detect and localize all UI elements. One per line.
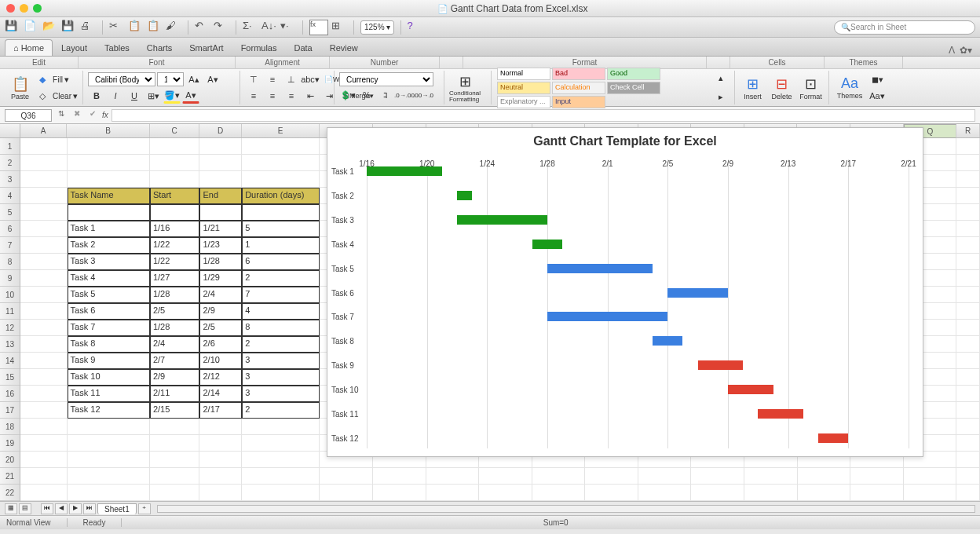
paste-button[interactable]: 📋Paste <box>9 72 31 104</box>
row-header[interactable]: 5 <box>0 204 20 221</box>
cell[interactable]: Task 3 <box>68 254 150 270</box>
cell[interactable] <box>638 485 692 501</box>
cell[interactable] <box>199 452 242 468</box>
cell[interactable] <box>242 452 320 468</box>
cell[interactable]: 2/12 <box>199 369 242 386</box>
increase-decimal-icon[interactable]: .0→.00 <box>396 87 413 103</box>
undo-icon[interactable]: ↶ <box>195 20 210 35</box>
cell[interactable] <box>242 171 320 188</box>
cell[interactable]: 1 <box>242 237 320 254</box>
align-top-icon[interactable]: ⊤ <box>245 71 262 87</box>
cell[interactable] <box>798 485 851 501</box>
cell[interactable] <box>426 485 480 501</box>
open-icon[interactable]: 📂 <box>42 20 58 35</box>
cell[interactable] <box>956 435 980 452</box>
cut-icon[interactable]: ✂ <box>109 20 125 35</box>
cell[interactable] <box>199 468 242 485</box>
cell[interactable] <box>956 270 980 287</box>
show-formula-icon[interactable]: ⊞ <box>331 20 347 35</box>
tab-layout[interactable]: Layout <box>53 39 96 56</box>
copy-icon[interactable]: 📋 <box>128 20 144 35</box>
cell[interactable] <box>242 485 320 501</box>
cell[interactable] <box>68 452 150 468</box>
save-icon[interactable]: 💾 <box>5 20 20 35</box>
cell[interactable]: 3 <box>242 386 320 402</box>
cell[interactable]: 6 <box>242 254 320 270</box>
decrease-font-icon[interactable]: A▾ <box>204 71 221 87</box>
tab-review[interactable]: Review <box>321 39 367 56</box>
select-all-corner[interactable] <box>0 124 20 137</box>
cell[interactable] <box>20 155 68 171</box>
tab-tables[interactable]: Tables <box>96 39 138 56</box>
decrease-decimal-icon[interactable]: .00→.0 <box>415 87 432 103</box>
row-header[interactable]: 7 <box>0 237 20 254</box>
cell[interactable]: 2 <box>242 402 320 419</box>
cell[interactable] <box>320 468 373 485</box>
namebox-dropdown-icon[interactable]: ⇅ <box>55 109 68 122</box>
cell[interactable] <box>199 204 242 221</box>
cell[interactable]: Task 6 <box>68 303 150 320</box>
cell[interactable] <box>956 336 980 353</box>
comma-icon[interactable]: ｺ <box>377 87 394 103</box>
cell[interactable] <box>150 138 200 155</box>
style-bad[interactable]: Bad <box>552 68 605 80</box>
cell[interactable] <box>68 138 150 155</box>
style-normal[interactable]: Normal <box>497 68 550 80</box>
cell[interactable] <box>638 468 692 485</box>
cell[interactable]: 4 <box>242 303 320 320</box>
indent-decrease-icon[interactable]: ⇤ <box>302 88 319 104</box>
fx-icon[interactable]: fx <box>309 20 328 35</box>
cell[interactable] <box>199 155 242 171</box>
cell[interactable] <box>242 155 320 171</box>
cell[interactable] <box>199 419 242 435</box>
align-left-icon[interactable]: ≡ <box>245 88 262 104</box>
ribbon-expand-icon[interactable]: ᐱ <box>949 45 955 56</box>
page-layout-view-icon[interactable]: ▤ <box>19 503 31 514</box>
cell[interactable] <box>150 155 200 171</box>
cell[interactable]: Task 12 <box>68 402 150 419</box>
cell[interactable]: Task Name <box>68 188 150 204</box>
cell[interactable] <box>20 254 68 270</box>
filter-icon[interactable]: ▾· <box>280 20 296 35</box>
fill-label[interactable]: Fill <box>53 75 63 84</box>
cell[interactable] <box>150 419 200 435</box>
border-icon[interactable]: ⊞▾ <box>144 88 162 104</box>
row-header[interactable]: 8 <box>0 254 20 270</box>
percent-icon[interactable]: % <box>358 87 375 103</box>
row-header[interactable]: 15 <box>0 369 20 386</box>
cell[interactable]: 2/9 <box>150 369 200 386</box>
tab-smartart[interactable]: SmartArt <box>181 39 232 56</box>
save-as-icon[interactable]: 💾 <box>61 20 77 35</box>
minimize-icon[interactable] <box>20 4 28 13</box>
cell[interactable] <box>20 468 68 485</box>
cell[interactable] <box>956 155 980 171</box>
row-header[interactable]: 4 <box>0 188 20 204</box>
cell[interactable] <box>956 419 980 435</box>
cell[interactable] <box>20 369 68 386</box>
cell[interactable] <box>20 336 68 353</box>
cell[interactable] <box>242 435 320 452</box>
cell[interactable] <box>68 171 150 188</box>
cell[interactable] <box>20 303 68 320</box>
search-input[interactable]: 🔍 Search in Sheet <box>834 20 975 35</box>
theme-fonts-icon[interactable]: Aa▾ <box>868 88 886 104</box>
formula-input[interactable] <box>112 109 975 122</box>
cell[interactable] <box>956 369 980 386</box>
cell[interactable] <box>320 485 373 501</box>
number-format-select[interactable]: Currency <box>339 72 433 86</box>
cell[interactable] <box>691 468 744 485</box>
row-header[interactable]: 20 <box>0 452 20 468</box>
cell[interactable] <box>68 435 150 452</box>
cell[interactable] <box>956 402 980 419</box>
cell[interactable] <box>373 485 426 501</box>
cell[interactable] <box>242 204 320 221</box>
cell[interactable] <box>150 485 200 501</box>
cell[interactable]: 7 <box>242 287 320 303</box>
cell[interactable]: 1/21 <box>199 221 242 237</box>
redo-icon[interactable]: ↷ <box>214 20 229 35</box>
conditional-formatting-button[interactable]: ⊞Conditional Formatting <box>449 72 481 104</box>
sort-icon[interactable]: A↓· <box>261 20 277 35</box>
accept-icon[interactable]: ✔ <box>86 109 99 122</box>
cell[interactable] <box>150 171 200 188</box>
cell[interactable] <box>373 468 426 485</box>
